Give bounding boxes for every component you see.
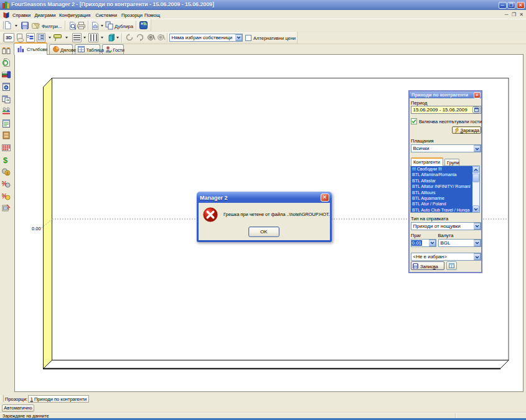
svg-text:$: $	[3, 156, 8, 164]
svg-text:0.00: 0.00	[32, 226, 41, 231]
svg-text:8: 8	[6, 170, 9, 175]
